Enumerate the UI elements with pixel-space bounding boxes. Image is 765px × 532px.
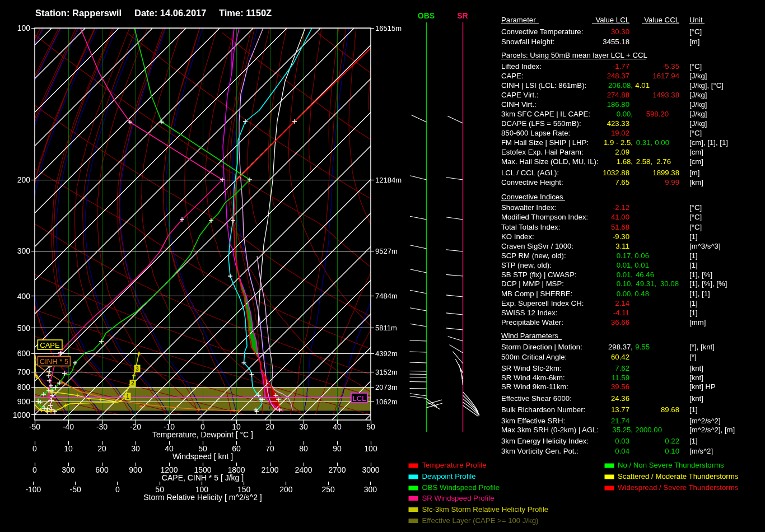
svg-text:Effective Shear 6000:: Effective Shear 6000: [501,394,572,403]
svg-text:LCL / CCL (AGL):: LCL / CCL (AGL): [501,169,559,177]
svg-text:50: 50 [366,422,375,431]
svg-text:800: 800 [17,382,31,391]
svg-text:30.30: 30.30 [611,27,629,36]
svg-text:41.00: 41.00 [611,213,629,221]
svg-text:Temperature Profile: Temperature Profile [422,461,487,469]
svg-text:[m^3/s^3]: [m^3/s^3] [689,242,721,250]
svg-text:Lifted Index:: Lifted Index: [501,62,542,71]
svg-text:46.46: 46.46 [636,270,654,279]
svg-text:Time: 1150Z: Time: 1150Z [219,8,272,18]
svg-text:2.76: 2.76 [656,157,671,166]
svg-text:KO Index:: KO Index: [501,232,534,241]
svg-text:Unit: Unit [689,16,703,24]
svg-text:2700: 2700 [328,465,346,474]
svg-text:SB STP (fix) | CWASP:: SB STP (fix) | CWASP: [501,270,577,279]
svg-text:274.88: 274.88 [607,91,629,99]
svg-text:600: 600 [95,465,109,474]
svg-text:Precipitable Water:: Precipitable Water: [501,318,563,326]
svg-text:Storm Direction | Motion:: Storm Direction | Motion: [501,343,582,351]
svg-text:9.55: 9.55 [635,343,650,351]
svg-text:3455.18: 3455.18 [603,38,629,46]
svg-text:600: 600 [17,349,31,358]
svg-text:Exp. Supercell Index CH:: Exp. Supercell Index CH: [501,299,584,307]
svg-text:Date: 14.06.2017: Date: 14.06.2017 [134,8,206,18]
svg-text:900: 900 [17,397,31,406]
svg-text:Showalter Index:: Showalter Index: [501,203,556,212]
svg-text:3000: 3000 [362,465,379,474]
svg-text:[1], [%], [%]: [1], [%], [%] [689,279,727,288]
svg-text:90: 90 [333,444,342,453]
svg-text:100: 100 [17,24,31,32]
svg-text:[knt]: [knt] [689,394,703,403]
svg-text:SR Windspeed Profile: SR Windspeed Profile [422,494,495,502]
svg-text:-1.77: -1.77 [613,62,629,71]
svg-text:[1]: [1] [689,309,698,317]
svg-text:200: 200 [17,175,31,184]
svg-text:2100: 2100 [261,465,278,474]
svg-text:500m Critical Angle:: 500m Critical Angle: [501,353,567,361]
svg-text:3: 3 [136,366,139,372]
svg-text:20: 20 [97,444,106,453]
svg-text:0.17,: 0.17, [617,251,633,260]
svg-text:2400: 2400 [295,465,312,474]
svg-text:SWISS 12 Index:: SWISS 12 Index: [501,309,557,317]
svg-text:[°C]: [°C] [689,62,702,71]
svg-text:Temperature, Dewpoint [ °C ]: Temperature, Dewpoint [ °C ] [152,430,253,439]
svg-text:0.01: 0.01 [635,261,649,269]
svg-text:9527m: 9527m [375,247,398,255]
svg-text:1617.94: 1617.94 [652,72,679,80]
svg-text:[°C]: [°C] [689,203,702,212]
svg-text:OBS: OBS [418,11,435,20]
svg-text:400: 400 [17,292,31,301]
svg-text:SR Wind Sfc-2km:: SR Wind Sfc-2km: [501,364,562,372]
svg-text:-5.35: -5.35 [663,62,679,71]
svg-text:[knt] HP: [knt] HP [689,382,716,391]
svg-text:CAPE:: CAPE: [501,72,524,80]
svg-text:[°C]: [°C] [689,213,702,221]
svg-text:Dewpoint Profile: Dewpoint Profile [422,472,476,480]
svg-text:30.08: 30.08 [660,279,679,288]
svg-text:[1]: [1] [689,251,698,260]
svg-text:60.42: 60.42 [611,353,629,361]
svg-text:[mm]: [mm] [689,318,706,326]
svg-text:0: 0 [115,485,120,494]
svg-text:[°]: [°] [689,353,697,361]
svg-text:36.66: 36.66 [611,318,629,326]
svg-text:7.62: 7.62 [615,364,629,372]
svg-text:[°C]: [°C] [689,129,702,137]
svg-text:-2.12: -2.12 [613,203,629,212]
svg-text:-4.11: -4.11 [613,309,629,317]
svg-text:850-600 Lapse Rate:: 850-600 Lapse Rate: [501,129,570,137]
svg-text:0.48: 0.48 [635,290,649,298]
svg-text:[knt]: [knt] [689,364,703,372]
svg-text:[1]: [1] [689,299,698,307]
svg-text:Wind Parameters: Wind Parameters [501,332,558,340]
svg-text:DCAPE (LFS = 550mB):: DCAPE (LFS = 550mB): [501,119,581,128]
svg-text:1.9 - 2.5,: 1.9 - 2.5, [604,138,633,147]
svg-text:3km SFC CAPE | IL CAPE:: 3km SFC CAPE | IL CAPE: [501,110,590,118]
svg-text:0.01,: 0.01, [617,261,633,269]
svg-text:300: 300 [364,485,377,494]
svg-text:298.37,: 298.37, [608,343,633,351]
svg-text:1032.88: 1032.88 [603,169,629,177]
svg-text:[m^2/s^2]: [m^2/s^2] [689,417,721,425]
svg-text:5811m: 5811m [375,324,397,332]
svg-text:Storm Relative Helicity [ m^2: Storm Relative Helicity [ m^2/s^2 ] [143,493,262,502]
svg-text:60: 60 [232,444,241,453]
svg-text:-40: -40 [63,422,74,431]
svg-text:Max 3km SRH (0-2km) | AGL:: Max 3km SRH (0-2km) | AGL: [501,426,599,434]
svg-text:Effective Layer (CAPE >= 100 J: Effective Layer (CAPE >= 100 J/kg) [422,516,539,525]
svg-text:13.77: 13.77 [611,405,629,414]
svg-text:CAPE Virt.:: CAPE Virt.: [501,91,538,99]
svg-text:89.68: 89.68 [661,405,679,414]
svg-text:0.00: 0.00 [655,138,669,147]
svg-text:-50: -50 [70,485,81,494]
svg-text:CINH | LSI (LCL: 861mB):: CINH | LSI (LCL: 861mB): [501,81,586,90]
svg-text:206.08,: 206.08, [608,81,633,90]
svg-text:[J/kg]: [J/kg] [689,100,707,109]
svg-text:0.06: 0.06 [635,251,649,260]
svg-text:3km Effective SRH:: 3km Effective SRH: [501,417,565,425]
svg-text:200: 200 [279,485,293,494]
svg-text:Convective Temperature:: Convective Temperature: [501,27,583,36]
svg-text:Sfc-3km Storm Relative Helicit: Sfc-3km Storm Relative Helicity Profile [422,505,549,514]
